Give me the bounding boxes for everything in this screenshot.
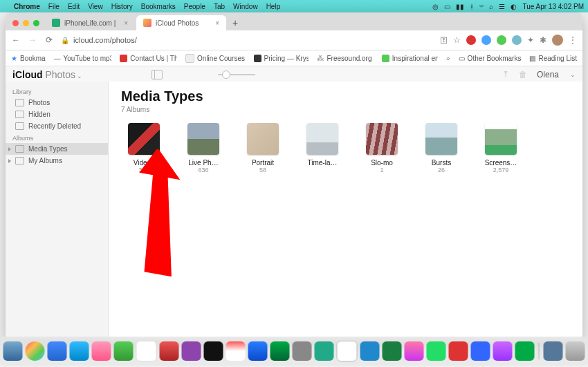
dock-app[interactable] [427,341,446,361]
tab-icloud-photos[interactable]: iCloud Photos × [136,15,226,30]
siri-icon[interactable]: ◐ [511,3,517,10]
album-slo-mo[interactable]: Slo-mo 1 [359,123,405,173]
menu-help[interactable]: Help [266,3,281,10]
bookmark-item[interactable]: ⁂Freesound.org - h… [317,55,373,62]
ext-icon[interactable] [466,35,476,45]
album-thumb [187,123,219,155]
dock-tv[interactable] [204,341,223,361]
dock-app[interactable] [449,341,468,361]
upload-icon[interactable]: ⤒ [502,70,509,79]
profile-avatar[interactable] [552,35,563,46]
menubar-app[interactable]: Chrome [14,3,40,10]
page-subtitle: 7 Albums [121,106,570,113]
window-close[interactable] [12,20,19,26]
key-icon[interactable]: ⚿ [440,36,448,44]
zoom-slider[interactable] [218,74,255,75]
dock-settings[interactable] [293,341,312,361]
trash-icon [15,122,24,130]
delete-icon[interactable]: 🗑 [519,70,527,79]
disclosure-icon [8,147,11,151]
sidebar-item-recently-deleted[interactable]: Recently Deleted [6,120,108,132]
reload-button[interactable]: ⟳ [44,35,54,45]
dock-excel[interactable] [383,341,402,361]
dock-facetime[interactable] [270,341,290,361]
dock-word[interactable] [360,341,380,361]
close-tab-icon[interactable]: × [215,19,219,27]
ext-icon[interactable] [512,35,522,45]
sidebar-toggle-icon[interactable] [151,70,163,79]
new-tab-button[interactable]: + [228,15,243,30]
menu-bookmarks[interactable]: Bookmarks [141,3,176,10]
star-icon[interactable]: ☆ [453,35,461,45]
sidebar-item-media-types[interactable]: Media Types [6,143,108,155]
dock-photos[interactable] [92,341,111,361]
dock-mail[interactable] [70,341,89,361]
menu-file[interactable]: File [48,3,59,10]
reading-list[interactable]: ▤Reading List [529,55,577,62]
dock-finder[interactable] [3,341,23,361]
album-bursts[interactable]: Bursts 26 [419,123,464,173]
dock-app[interactable] [160,341,179,361]
bookmark-item[interactable]: ★Bookmarks [11,55,46,62]
bluetooth-icon: ᚼ [470,3,474,10]
album-thumb [128,123,160,155]
bookmark-item[interactable]: Inspirational envir… [382,55,438,62]
dock-news[interactable] [226,341,246,361]
dock-app[interactable] [493,341,513,361]
ext-icon[interactable] [481,35,491,45]
sidebar-item-photos[interactable]: Photos [6,97,108,109]
hidden-icon [15,111,24,118]
window-minimize[interactable] [23,20,29,26]
tab-iphonelife[interactable]: iPhoneLife.com | × [45,15,135,30]
ext-icon[interactable] [497,35,506,45]
bookmark-item[interactable]: Pricing — Krystle… [254,55,309,62]
dock-app[interactable] [315,341,334,361]
album-live-photos[interactable]: Live Ph… 636 [181,123,226,173]
menu-history[interactable]: History [111,3,133,10]
dock-app[interactable] [515,341,535,361]
album-time-lapse[interactable]: Time-la… [300,123,345,173]
menu-view[interactable]: View [88,3,103,10]
dock-calendar[interactable] [136,341,157,361]
sidebar-item-hidden[interactable]: Hidden [6,109,108,120]
bookmarks-bar: ★Bookmarks —YouTube to mp3 C… Contact Us… [6,50,582,66]
menubar-clock[interactable]: Tue Apr 13 4:02 PM [522,3,584,10]
dock-app[interactable] [337,341,358,361]
dock-trash[interactable] [566,341,585,361]
chrome-menu-icon[interactable]: ⋮ [569,35,577,45]
menu-edit[interactable]: Edit [68,3,80,10]
album-videos[interactable]: Videos 321 [121,123,167,173]
dock-podcasts[interactable] [182,341,201,361]
album-screenshots[interactable]: Screens… 2,579 [478,123,524,173]
bookmark-item[interactable]: —YouTube to mp3 C… [54,55,112,62]
bookmarks-overflow[interactable]: » [446,55,450,62]
album-portrait[interactable]: Portrait 58 [240,123,286,173]
other-bookmarks[interactable]: ▭Other Bookmarks [459,55,522,62]
control-center-icon[interactable]: ☰ [499,3,505,10]
search-icon[interactable]: ⌕ [489,3,493,10]
main-content: Media Types 7 Albums Videos 321 Live Ph…… [109,82,582,339]
bookmark-item[interactable]: Contact Us | The I… [120,55,177,62]
chevron-down-icon: ⌄ [77,73,82,79]
forward-button[interactable]: → [28,35,37,45]
dock-chrome[interactable] [26,341,45,361]
menu-window[interactable]: Window [233,3,258,10]
menu-tab[interactable]: Tab [214,3,225,10]
close-tab-icon[interactable]: × [124,19,128,27]
url-field[interactable]: 🔒 icloud.com/photos/ [61,36,433,44]
dock-safari[interactable] [48,341,67,361]
extensions-icon[interactable]: ✱ [540,35,546,45]
window-zoom[interactable] [33,20,39,26]
dock-downloads[interactable] [544,341,563,361]
back-button[interactable]: ← [11,35,21,45]
dock-appstore[interactable] [248,341,268,361]
bookmark-item[interactable]: Online Courses | T… [185,54,245,63]
dock-messages[interactable] [114,341,134,361]
dock-app[interactable] [405,341,424,361]
dock-app[interactable] [471,341,490,361]
menu-people[interactable]: People [184,3,205,10]
ext-icon[interactable]: ✦ [527,35,534,45]
sidebar-item-my-albums[interactable]: My Albums [6,155,108,167]
user-name[interactable]: Olena [537,70,559,79]
app-brand[interactable]: iCloud Photos⌄ [12,69,82,80]
